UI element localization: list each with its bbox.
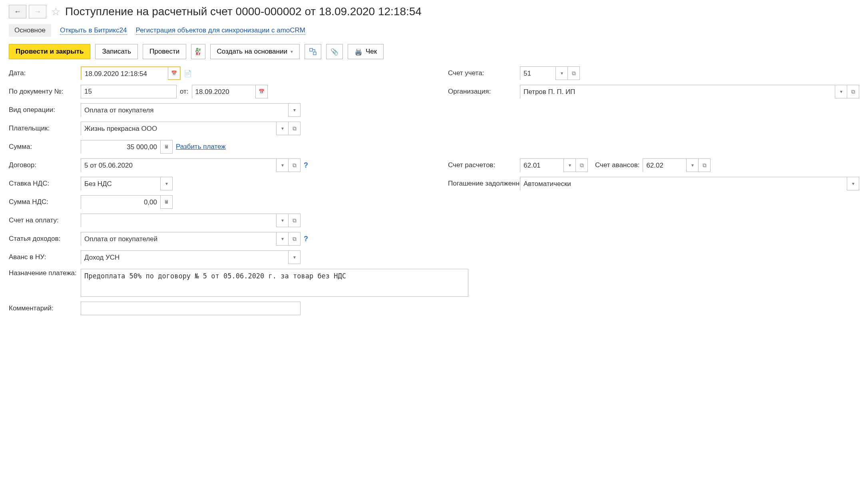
debt-input[interactable]: [520, 177, 847, 191]
purpose-textarea[interactable]: [81, 269, 468, 297]
calculator-icon[interactable]: 🖩: [160, 140, 172, 153]
vat-sum-input[interactable]: [81, 196, 160, 209]
help-icon[interactable]: ?: [304, 235, 308, 243]
chevron-down-icon[interactable]: ▾: [288, 251, 300, 264]
paperclip-icon: 📎: [330, 48, 338, 56]
label-settle-acc: Счет расчетов:: [448, 161, 516, 169]
open-icon[interactable]: ⧉: [698, 159, 710, 172]
label-from: от:: [180, 88, 189, 96]
label-contract: Договор:: [9, 161, 77, 169]
label-advance-acc: Счет авансов:: [595, 161, 639, 169]
advance-acc-input[interactable]: [643, 159, 686, 172]
order-icon[interactable]: 📄: [184, 70, 192, 77]
debit-credit-button[interactable]: ДтКт: [191, 44, 205, 59]
related-icon: [309, 48, 317, 56]
tab-bitrix[interactable]: Открыть в Битрикс24: [60, 26, 127, 35]
svg-rect-1: [313, 52, 316, 55]
open-icon[interactable]: ⧉: [288, 214, 300, 227]
label-date: Дата:: [9, 69, 77, 77]
chevron-down-icon[interactable]: ▾: [288, 104, 300, 116]
split-payment-link[interactable]: Разбить платеж: [176, 143, 226, 151]
svg-rect-0: [310, 48, 313, 51]
label-vat-sum: Сумма НДС:: [9, 198, 77, 206]
label-vat-rate: Ставка НДС:: [9, 180, 77, 188]
calculator-icon[interactable]: 🖩: [160, 196, 172, 208]
calendar-icon[interactable]: 📅: [168, 67, 180, 79]
back-button[interactable]: ←: [9, 5, 26, 18]
doc-no-input[interactable]: [81, 85, 177, 98]
post-button[interactable]: Провести: [143, 44, 186, 59]
sum-input[interactable]: [81, 140, 160, 154]
settle-acc-input[interactable]: [520, 159, 563, 172]
open-icon[interactable]: ⧉: [847, 85, 859, 98]
open-icon[interactable]: ⧉: [567, 67, 579, 80]
label-debt: Погашение задолженности:: [448, 180, 516, 188]
open-icon[interactable]: ⧉: [575, 159, 587, 172]
label-invoice: Счет на оплату:: [9, 216, 77, 224]
op-type-input[interactable]: [81, 104, 288, 117]
calendar-icon[interactable]: 📅: [255, 85, 267, 98]
dtkt-icon: ДтКт: [195, 48, 201, 56]
label-comment: Комментарий:: [9, 304, 77, 312]
attach-button[interactable]: 📎: [326, 44, 343, 59]
label-income-item: Статья доходов:: [9, 235, 77, 243]
label-account: Счет учета:: [448, 69, 516, 77]
chevron-down-icon: ▾: [291, 49, 293, 54]
label-doc-no: По документу №:: [9, 88, 77, 96]
comment-input[interactable]: [81, 302, 301, 315]
favorite-icon[interactable]: ☆: [49, 6, 63, 18]
open-icon[interactable]: ⧉: [288, 122, 300, 135]
income-item-input[interactable]: [81, 232, 276, 246]
open-icon[interactable]: ⧉: [288, 159, 300, 172]
related-docs-button[interactable]: [305, 44, 321, 59]
help-icon[interactable]: ?: [304, 161, 308, 170]
contract-input[interactable]: [81, 159, 276, 172]
tab-main[interactable]: Основное: [9, 24, 51, 37]
check-button[interactable]: 🖨️ Чек: [348, 44, 384, 59]
tab-amocrm[interactable]: Регистрация объектов для синхронизации с…: [136, 26, 305, 35]
advance-nu-input[interactable]: [81, 251, 288, 264]
label-payer: Плательщик:: [9, 124, 77, 132]
payer-input[interactable]: [81, 122, 276, 136]
chevron-down-icon[interactable]: ▾: [276, 232, 288, 245]
chevron-down-icon[interactable]: ▾: [835, 85, 847, 98]
chevron-down-icon[interactable]: ▾: [555, 67, 567, 80]
chevron-down-icon[interactable]: ▾: [686, 159, 698, 172]
chevron-down-icon[interactable]: ▾: [276, 122, 288, 135]
chevron-down-icon[interactable]: ▾: [563, 159, 575, 172]
invoice-input[interactable]: [81, 214, 276, 228]
label-sum: Сумма:: [9, 143, 77, 151]
label-purpose: Назначение платежа:: [9, 269, 77, 278]
label-advance-nu: Аванс в НУ:: [9, 253, 77, 261]
org-input[interactable]: [520, 85, 835, 99]
doc-date-input[interactable]: [192, 85, 255, 99]
create-on-basis-button[interactable]: Создать на основании ▾: [210, 44, 300, 59]
chevron-down-icon[interactable]: ▾: [276, 214, 288, 227]
open-icon[interactable]: ⧉: [288, 232, 300, 245]
page-title: Поступление на расчетный счет 0000-00000…: [65, 5, 422, 18]
chevron-down-icon[interactable]: ▾: [276, 159, 288, 172]
forward-button[interactable]: →: [29, 5, 46, 18]
account-input[interactable]: [520, 67, 555, 80]
receipt-icon: 🖨️: [354, 48, 362, 56]
label-org: Организация:: [448, 88, 516, 96]
vat-rate-input[interactable]: [81, 177, 160, 191]
label-op-type: Вид операции:: [9, 106, 77, 114]
date-input[interactable]: [82, 67, 168, 81]
chevron-down-icon[interactable]: ▾: [847, 177, 859, 190]
chevron-down-icon[interactable]: ▾: [160, 177, 172, 190]
post-and-close-button[interactable]: Провести и закрыть: [9, 44, 90, 59]
save-button[interactable]: Записать: [95, 44, 138, 59]
